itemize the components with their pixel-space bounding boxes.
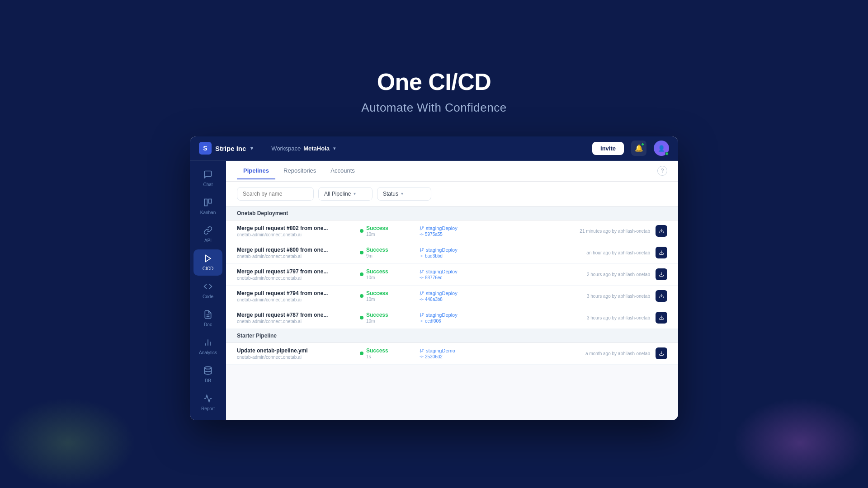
svg-rect-1 (209, 199, 212, 203)
status-time: 10m (366, 319, 388, 324)
sidebar-item-analytics[interactable]: Analytics (193, 333, 222, 360)
pipeline-info: Update onetab-pipeline.yml onetab-admin/… (237, 347, 354, 360)
avatar-online-dot (665, 152, 669, 155)
table-row[interactable]: Merge pull request #787 from one... onet… (226, 307, 678, 329)
bottom-glow-left (0, 398, 136, 488)
branch-name: stagingDeploy (420, 247, 492, 253)
invite-button[interactable]: Invite (592, 142, 624, 155)
download-button[interactable] (656, 225, 667, 237)
notification-button[interactable]: 🔔 (631, 141, 646, 156)
sidebar-item-doc[interactable]: Doc (193, 305, 222, 332)
table-row[interactable]: Update onetab-pipeline.yml onetab-admin/… (226, 343, 678, 365)
status-dot (360, 272, 363, 276)
sidebar-item-report[interactable]: Report (193, 389, 222, 416)
sidebar-item-chat[interactable]: Chat (193, 165, 222, 192)
sidebar-item-label-doc: Doc (204, 322, 212, 327)
pipeline-status: Success 10m (360, 225, 414, 237)
pipeline-meta: an hour ago by abhilash-onetab (497, 250, 650, 255)
pipeline-repo: onetab-admin/connect.onetab.ai (237, 319, 354, 324)
svg-point-33 (421, 299, 422, 300)
download-button[interactable] (656, 247, 667, 258)
sidebar-item-kanban[interactable]: Kanban (193, 193, 222, 220)
status-text: Success (366, 268, 388, 275)
pipeline-info: Merge pull request #794 from one... onet… (237, 290, 354, 302)
table-row[interactable]: Merge pull request #797 from one... onet… (226, 264, 678, 286)
pipeline-branch: stagingDeploy 446a3b8 (420, 291, 492, 302)
pipeline-filter[interactable]: All Pipeline ▾ (318, 187, 373, 201)
svg-point-46 (420, 351, 421, 352)
notification-dot (641, 143, 644, 146)
chat-icon (203, 170, 212, 180)
status-dot (360, 294, 363, 298)
sidebar-item-cicd[interactable]: CICD (193, 249, 222, 276)
svg-point-25 (420, 272, 421, 273)
status-dot (360, 251, 363, 254)
section-header: Onetab Deployment (226, 206, 678, 221)
svg-point-24 (422, 270, 424, 271)
branch-name: stagingDeploy (420, 225, 492, 231)
svg-point-47 (421, 356, 422, 357)
status-dot (360, 316, 363, 319)
report-icon (203, 394, 212, 404)
pipelines-content: Onetab Deployment Merge pull request #80… (226, 206, 678, 420)
content-tabs: Pipelines Repositories Accounts ? (226, 161, 678, 182)
sidebar: Chat Kanban API CICD (190, 161, 226, 420)
svg-point-8 (205, 366, 212, 369)
svg-point-45 (422, 349, 424, 350)
pipeline-meta: 2 hours ago by abhilash-onetab (497, 272, 650, 277)
status-time: 9m (366, 253, 388, 258)
download-button[interactable] (656, 312, 667, 324)
code-icon (203, 282, 212, 292)
pipeline-repo: onetab-admin/connect.onetab.ai (237, 254, 354, 259)
download-button[interactable] (656, 290, 667, 302)
status-filter[interactable]: Status ▾ (377, 187, 431, 201)
status-filter-label: Status (383, 191, 398, 197)
pipeline-filter-chevron-icon: ▾ (354, 191, 356, 196)
analytics-icon (203, 338, 212, 348)
commit-hash: 5975a55 (420, 232, 492, 237)
svg-point-31 (422, 291, 424, 293)
sidebar-item-code[interactable]: Code (193, 277, 222, 304)
hero-subtitle: Automate With Confidence (361, 101, 506, 115)
commit-hash: 88776ec (420, 275, 492, 280)
pipeline-branch: stagingDeploy 88776ec (420, 269, 492, 280)
app-body: Chat Kanban API CICD (190, 161, 678, 420)
svg-point-19 (421, 255, 422, 257)
branch-name: stagingDeploy (420, 269, 492, 274)
download-button[interactable] (656, 347, 667, 359)
download-button[interactable] (656, 268, 667, 280)
status-text: Success (366, 312, 388, 318)
company-chevron-icon: ▾ (250, 145, 253, 151)
pipeline-filter-label: All Pipeline (324, 191, 351, 197)
sidebar-item-db[interactable]: DB (193, 361, 222, 388)
svg-rect-0 (205, 199, 208, 206)
tab-pipelines[interactable]: Pipelines (237, 163, 275, 179)
status-dot (360, 229, 363, 233)
table-row[interactable]: Merge pull request #802 from one... onet… (226, 221, 678, 242)
pipeline-branch: stagingDeploy ecdf006 (420, 312, 492, 324)
svg-point-17 (422, 248, 424, 249)
pipeline-repo: onetab-admin/connect.onetab.ai (237, 355, 354, 360)
status-time: 1s (366, 354, 388, 359)
table-row[interactable]: Merge pull request #800 from one... onet… (226, 242, 678, 264)
tab-repositories[interactable]: Repositories (277, 163, 322, 179)
workspace-selector[interactable]: Workspace MetaHola ▾ (271, 145, 336, 152)
status-filter-chevron-icon: ▾ (401, 191, 403, 196)
tab-accounts[interactable]: Accounts (324, 163, 361, 179)
svg-point-11 (420, 229, 421, 230)
app-logo[interactable]: S Stripe Inc ▾ (199, 142, 253, 155)
svg-point-40 (421, 320, 422, 322)
pipeline-name: Merge pull request #794 from one... (237, 290, 354, 296)
pipeline-name: Update onetab-pipeline.yml (237, 347, 354, 354)
sidebar-item-api[interactable]: API (193, 221, 222, 248)
avatar[interactable]: 👤 (654, 141, 669, 156)
search-input[interactable] (237, 187, 314, 201)
table-row[interactable]: Merge pull request #794 from one... onet… (226, 286, 678, 307)
branch-name: stagingDeploy (420, 312, 492, 318)
workspace-label: Workspace (271, 145, 301, 152)
pipeline-info: Merge pull request #800 from one... onet… (237, 247, 354, 259)
sidebar-item-label-db: DB (205, 378, 211, 383)
help-icon[interactable]: ? (657, 166, 667, 176)
pipeline-name: Merge pull request #787 from one... (237, 312, 354, 318)
app-header: S Stripe Inc ▾ Workspace MetaHola ▾ Invi… (190, 136, 678, 161)
